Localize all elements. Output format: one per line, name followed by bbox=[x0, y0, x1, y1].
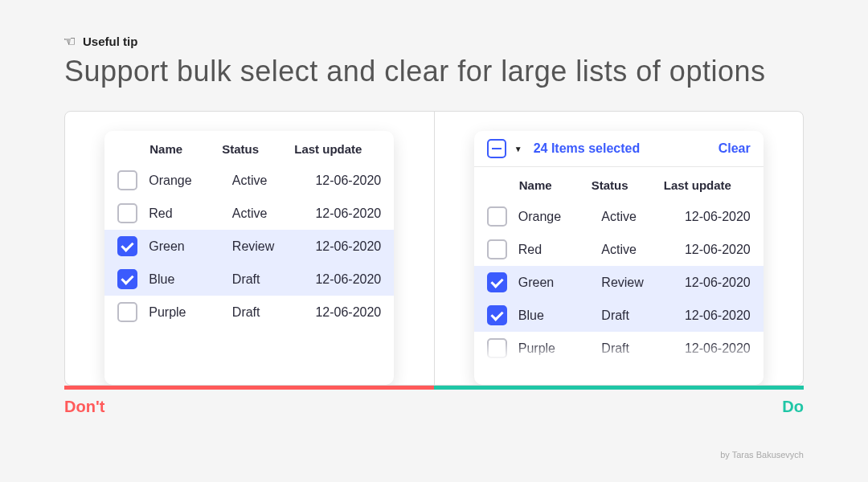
dont-panel: Name Status Last update OrangeActive12-0… bbox=[65, 112, 435, 385]
bulk-dropdown-caret-icon[interactable]: ▼ bbox=[514, 145, 522, 153]
cell-updated: 12-06-2020 bbox=[685, 210, 751, 224]
table-header: Name Status Last update bbox=[104, 131, 394, 164]
cell-status: Active bbox=[232, 174, 305, 188]
selected-count: 24 Items selected bbox=[534, 141, 712, 156]
col-status: Status bbox=[222, 142, 294, 156]
row-checkbox[interactable] bbox=[117, 302, 137, 322]
cell-updated: 12-06-2020 bbox=[315, 206, 381, 221]
col-name: Name bbox=[519, 178, 592, 192]
cell-updated: 12-06-2020 bbox=[315, 174, 381, 188]
dont-label: Don't bbox=[64, 398, 104, 416]
col-updated: Last update bbox=[294, 142, 381, 156]
cell-updated: 12-06-2020 bbox=[685, 276, 751, 290]
cell-status: Draft bbox=[232, 305, 305, 320]
col-status: Status bbox=[592, 178, 664, 192]
cell-name: Orange bbox=[149, 174, 221, 188]
cell-status: Active bbox=[232, 206, 305, 221]
cell-name: Purple bbox=[518, 341, 591, 356]
clear-button[interactable]: Clear bbox=[719, 141, 751, 156]
table-row[interactable]: GreenReview12-06-2020 bbox=[474, 266, 764, 299]
row-checkbox[interactable] bbox=[117, 269, 137, 289]
do-panel: ▼ 24 Items selected Clear Name Status La… bbox=[435, 112, 804, 385]
cell-updated: 12-06-2020 bbox=[315, 305, 381, 320]
row-checkbox[interactable] bbox=[487, 338, 507, 358]
cell-status: Draft bbox=[232, 272, 305, 287]
credit-text: by Taras Bakusevych bbox=[64, 450, 804, 460]
table-row[interactable]: BlueDraft12-06-2020 bbox=[474, 299, 764, 332]
table-row[interactable]: RedActive12-06-2020 bbox=[474, 233, 764, 266]
table-row[interactable]: PurpleDraft12-06-2020 bbox=[104, 296, 394, 329]
col-name: Name bbox=[149, 142, 222, 156]
do-label: Do bbox=[782, 398, 804, 416]
table-row[interactable]: RedActive12-06-2020 bbox=[104, 197, 394, 230]
cell-name: Green bbox=[518, 276, 591, 290]
cell-updated: 12-06-2020 bbox=[315, 239, 381, 254]
cell-status: Active bbox=[601, 210, 674, 224]
cell-status: Active bbox=[601, 243, 674, 257]
table-row[interactable]: PurpleDraft12-06-2020 bbox=[474, 332, 764, 361]
cell-updated: 12-06-2020 bbox=[315, 272, 381, 287]
cell-status: Review bbox=[232, 239, 305, 254]
cell-name: Blue bbox=[518, 308, 591, 323]
row-checkbox[interactable] bbox=[487, 239, 507, 259]
cell-status: Draft bbox=[601, 308, 674, 323]
cell-name: Purple bbox=[149, 305, 221, 320]
dont-bar bbox=[64, 386, 434, 390]
comparison-labels: Don't Do bbox=[64, 398, 804, 416]
cell-name: Orange bbox=[518, 210, 591, 224]
cell-name: Blue bbox=[149, 272, 221, 287]
tip-header: ☟ Useful tip bbox=[64, 32, 804, 50]
row-checkbox[interactable] bbox=[487, 206, 507, 227]
cell-updated: 12-06-2020 bbox=[685, 341, 751, 356]
cell-status: Review bbox=[601, 276, 674, 290]
table-card-do: ▼ 24 Items selected Clear Name Status La… bbox=[474, 131, 764, 385]
cell-name: Red bbox=[518, 243, 591, 257]
row-checkbox[interactable] bbox=[117, 170, 137, 190]
bottom-bars bbox=[64, 386, 804, 390]
comparison-panels: Name Status Last update OrangeActive12-0… bbox=[64, 111, 804, 386]
row-checkbox[interactable] bbox=[117, 236, 137, 256]
row-checkbox[interactable] bbox=[487, 305, 507, 325]
cell-name: Red bbox=[149, 206, 221, 221]
table-card-dont: Name Status Last update OrangeActive12-0… bbox=[104, 131, 394, 385]
table-row[interactable]: OrangeActive12-06-2020 bbox=[474, 200, 764, 233]
tip-label: Useful tip bbox=[83, 35, 137, 48]
row-checkbox[interactable] bbox=[117, 203, 137, 223]
cell-updated: 12-06-2020 bbox=[685, 243, 751, 257]
table-row[interactable]: OrangeActive12-06-2020 bbox=[104, 164, 394, 197]
cell-updated: 12-06-2020 bbox=[685, 308, 751, 323]
table-row[interactable]: BlueDraft12-06-2020 bbox=[104, 263, 394, 296]
cell-status: Draft bbox=[601, 341, 674, 356]
cell-name: Green bbox=[149, 239, 221, 254]
col-updated: Last update bbox=[664, 178, 751, 192]
bulk-select-checkbox[interactable] bbox=[487, 139, 506, 158]
page-title: Support bulk select and clear for large … bbox=[64, 55, 804, 88]
point-hand-icon: ☟ bbox=[60, 37, 78, 46]
table-row[interactable]: GreenReview12-06-2020 bbox=[104, 230, 394, 263]
table-header: Name Status Last update bbox=[474, 167, 764, 200]
bulk-action-bar: ▼ 24 Items selected Clear bbox=[474, 131, 764, 167]
do-bar bbox=[434, 386, 804, 390]
row-checkbox[interactable] bbox=[487, 272, 507, 292]
